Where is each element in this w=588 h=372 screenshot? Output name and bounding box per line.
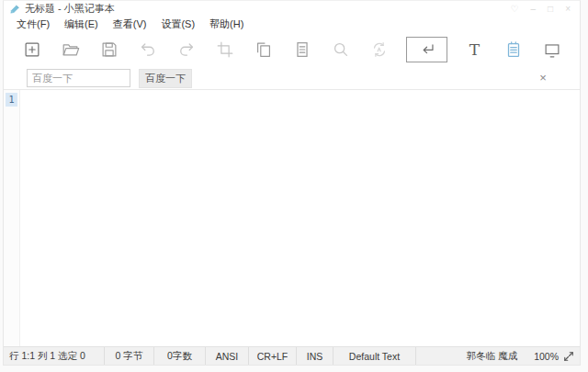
- maximize-button[interactable]: □: [548, 4, 553, 15]
- save-button[interactable]: [97, 37, 120, 62]
- menu-settings[interactable]: 设置(S): [153, 16, 202, 33]
- status-line-ending[interactable]: CR+LF: [249, 347, 297, 365]
- text-editor[interactable]: [20, 90, 580, 346]
- window-title: 无标题 - 小黑记事本: [25, 2, 115, 16]
- undo-button[interactable]: [136, 37, 159, 62]
- menu-edit[interactable]: 编辑(E): [57, 16, 106, 33]
- status-syntax-language[interactable]: Default Text: [334, 347, 416, 365]
- title-bar: 无标题 - 小黑记事本 ♡ – □ ×: [4, 1, 580, 16]
- paste-icon: [292, 39, 312, 60]
- new-file-button[interactable]: [20, 37, 43, 62]
- status-spacer: [416, 347, 463, 365]
- search-button[interactable]: [329, 37, 352, 62]
- toolbar: T: [4, 32, 580, 67]
- new-file-icon: [22, 39, 42, 60]
- copy-icon: [254, 39, 274, 60]
- status-bar: 行 1:1 列 1 选定 0 0 字节 0字数 ANSI CR+LF INS D…: [4, 346, 580, 365]
- font-button[interactable]: T: [463, 37, 486, 62]
- status-cursor-position: 行 1:1 列 1 选定 0: [4, 347, 105, 365]
- minimize-button[interactable]: –: [531, 4, 537, 15]
- status-zoom-level[interactable]: 100%: [530, 347, 561, 365]
- search-input[interactable]: [27, 69, 130, 87]
- word-wrap-icon: [416, 39, 438, 60]
- search-bar: 百度一下 ×: [4, 67, 580, 90]
- app-window: 无标题 - 小黑记事本 ♡ – □ × 文件(F) 编辑(E) 查看(V) 设置…: [3, 0, 581, 366]
- redo-button[interactable]: [175, 37, 198, 62]
- copy-button[interactable]: [252, 37, 275, 62]
- notes-button[interactable]: [502, 37, 525, 62]
- redo-icon: [176, 39, 197, 60]
- convert-button[interactable]: [368, 37, 390, 62]
- convert-icon: [369, 39, 390, 60]
- status-hot-search[interactable]: 郭冬临 魔成: [463, 347, 530, 365]
- close-button[interactable]: ×: [565, 4, 571, 15]
- menu-bar: 文件(F) 编辑(E) 查看(V) 设置(S) 帮助(H): [4, 16, 580, 32]
- fullscreen-toggle[interactable]: [561, 347, 580, 365]
- favorite-button[interactable]: ♡: [511, 4, 519, 15]
- status-encoding[interactable]: ANSI: [206, 347, 249, 365]
- paste-button[interactable]: [290, 37, 313, 62]
- search-close-icon[interactable]: ×: [536, 71, 550, 85]
- fullscreen-icon: [563, 351, 574, 362]
- editor-area: 1: [4, 90, 580, 346]
- menu-help[interactable]: 帮助(H): [202, 16, 251, 33]
- app-logo-icon: [9, 4, 20, 15]
- undo-icon: [138, 39, 158, 60]
- annotation-icon: [542, 39, 562, 60]
- crop-icon: [215, 39, 235, 60]
- menu-view[interactable]: 查看(V): [106, 16, 154, 33]
- menu-file[interactable]: 文件(F): [9, 16, 57, 33]
- status-word-count: 0字数: [154, 347, 206, 365]
- line-number-gutter: 1: [4, 90, 20, 346]
- search-icon: [331, 39, 351, 60]
- crop-button[interactable]: [213, 37, 236, 62]
- line-number: 1: [6, 93, 17, 107]
- save-icon: [99, 39, 119, 60]
- font-icon: T: [469, 40, 480, 59]
- notes-icon: [503, 39, 524, 60]
- annotation-button[interactable]: [540, 37, 563, 62]
- open-folder-icon: [61, 39, 81, 60]
- word-wrap-button[interactable]: [406, 37, 447, 62]
- status-byte-count: 0 字节: [105, 347, 154, 365]
- status-insert-mode[interactable]: INS: [297, 347, 334, 365]
- open-file-button[interactable]: [59, 37, 82, 62]
- baidu-search-button[interactable]: 百度一下: [139, 69, 192, 88]
